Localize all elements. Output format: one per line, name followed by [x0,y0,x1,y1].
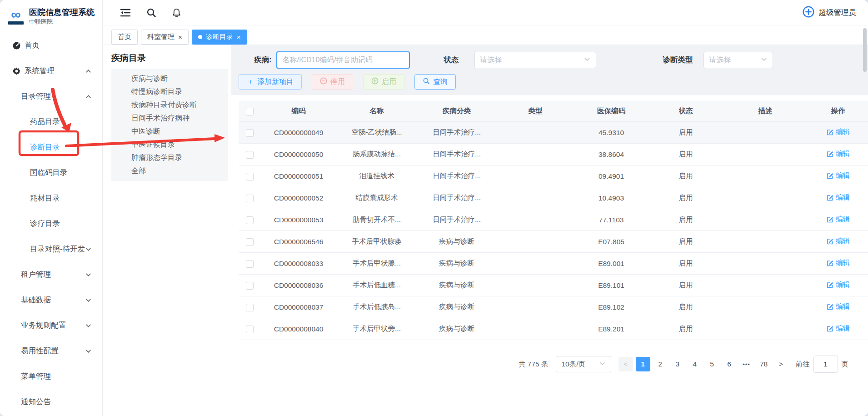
disable-button[interactable]: 停用 [312,74,353,90]
chevron-down-icon [584,56,590,64]
page-button-78[interactable]: 78 [757,357,771,371]
edit-button[interactable]: 编辑 [826,302,850,311]
chevron-down-icon [85,246,91,252]
sidebar-item-tenant-mgmt[interactable]: 租户管理 [0,262,102,287]
cell-description [723,144,808,165]
page-button-2[interactable]: 2 [653,357,668,371]
table-row: CD0000008040手术后甲状旁...疾病与诊断E89.201启用编辑 [239,318,868,340]
sidebar-item-business-rules[interactable]: 业务规则配置 [0,313,102,338]
enable-button[interactable]: 启用 [363,74,404,90]
sidebar-item-drug-catalog[interactable]: 药品目录 [0,109,102,135]
sidebar-item-consumable-catalog[interactable]: 耗材目录 [0,185,102,211]
sidebar-item-notice[interactable]: 通知公告 [0,389,102,415]
cell-category: 日间手术治疗... [417,209,497,231]
page-button-6[interactable]: 6 [722,357,737,371]
select-all-checkbox[interactable] [246,108,254,115]
edit-button[interactable]: 编辑 [826,215,850,224]
cell-type [497,165,574,187]
cell-status: 启用 [649,122,723,144]
row-checkbox[interactable] [246,173,254,180]
sidebar-item-label: 租户管理 [21,270,51,280]
cell-code: CD0000008033 [260,253,337,275]
goto-label: 前往 [796,360,810,369]
close-icon[interactable]: × [178,34,182,40]
bell-icon[interactable] [172,8,181,18]
page-button-4[interactable]: 4 [688,357,702,371]
vertical-scrollbar[interactable] [863,28,867,72]
page-button-5[interactable]: 5 [705,357,719,371]
disease-category-item[interactable]: 中医证候目录 [111,138,228,151]
user-avatar-icon[interactable] [802,5,815,20]
cell-description [723,296,808,318]
current-user-name[interactable]: 超级管理员 [819,8,857,18]
tab-department-mgmt[interactable]: 科室管理 × [141,30,189,45]
sidebar-item-usability-config[interactable]: 易用性配置 [0,338,102,364]
add-item-button[interactable]: ＋ 添加新项目 [239,74,302,90]
disease-category-item[interactable]: 疾病与诊断 [111,72,228,85]
more-pages-button[interactable]: ••• [739,357,754,371]
edit-button[interactable]: 编辑 [826,324,850,333]
query-button[interactable]: 查询 [414,74,456,90]
disease-category-item[interactable]: 特慢病诊断目录 [111,85,228,98]
prev-page-button[interactable]: < [619,357,633,371]
row-checkbox[interactable] [246,282,254,290]
cell-insurance_code: 45.9310 [574,122,649,144]
tab-diagnosis-catalog[interactable]: 诊断目录 × [192,30,247,45]
sidebar-item-system[interactable]: 系统管理 [0,58,102,84]
edit-button[interactable]: 编辑 [826,258,850,268]
diagnosis-table-section: 编码 名称 疾病分类 类型 医保编码 状态 描述 操作 CD0000000049… [231,95,868,373]
search-icon[interactable] [146,8,156,18]
diagnosis-type-select[interactable]: 请选择 [703,52,773,68]
company-logo-icon: ∞ [6,6,25,26]
disease-search-input[interactable] [276,51,410,69]
cell-category: 日间手术治疗... [417,144,497,165]
disease-category-item[interactable]: 全部 [111,164,228,177]
sidebar-item-label: 诊断目录 [30,142,60,152]
sidebar-item-national-code-catalog[interactable]: 国临码目录 [0,160,102,185]
cell-description [723,318,808,340]
edit-button[interactable]: 编辑 [826,236,850,246]
menu-collapse-icon[interactable] [120,8,131,17]
edit-button[interactable]: 编辑 [826,193,850,202]
next-page-button[interactable]: > [774,357,788,371]
cell-insurance_code: E89.201 [574,318,649,340]
edit-button[interactable]: 编辑 [826,171,850,180]
sidebar-item-catalog-mapping[interactable]: 目录对照-待开发 [0,236,102,262]
page-button-3[interactable]: 3 [670,357,685,371]
goto-page-input[interactable] [813,356,838,373]
sidebar-item-treatment-catalog[interactable]: 诊疗目录 [0,211,102,236]
sidebar-item-diagnosis-catalog[interactable]: 诊断目录 [0,135,102,160]
page-size-select[interactable]: 10条/页 [556,356,611,372]
cell-description [723,275,808,296]
disease-category-item[interactable]: 肿瘤形态学目录 [111,151,228,164]
disease-category-item[interactable]: 按病种目录付费诊断 [111,98,228,111]
sidebar-item-label: 药品目录 [30,117,60,127]
row-checkbox[interactable] [246,195,254,202]
row-checkbox[interactable] [246,129,254,137]
row-checkbox[interactable] [246,304,254,311]
chevron-up-icon [85,68,91,74]
edit-button[interactable]: 编辑 [826,127,850,137]
tab-home[interactable]: 首页 [111,30,138,45]
row-checkbox[interactable] [246,326,254,333]
sidebar-item-catalog-mgmt[interactable]: 目录管理 [0,84,102,109]
sidebar-item-home[interactable]: 首页 [0,33,102,58]
close-icon[interactable]: × [237,34,241,40]
chevron-down-icon [85,323,91,329]
row-checkbox[interactable] [246,151,254,159]
page-button-1[interactable]: 1 [636,357,650,371]
row-checkbox[interactable] [246,238,254,246]
row-checkbox[interactable] [246,260,254,268]
disease-category-item[interactable]: 中医诊断 [111,125,228,138]
edit-button[interactable]: 编辑 [826,149,850,159]
status-select[interactable]: 请选择 [474,52,596,68]
cell-code: CD0000000051 [260,165,337,187]
edit-button[interactable]: 编辑 [826,280,850,290]
cell-status: 启用 [649,209,723,231]
sidebar-item-basic-data[interactable]: 基础数据 [0,287,102,313]
row-checkbox[interactable] [246,216,254,224]
disease-category-item[interactable]: 日间手术治疗病种 [111,111,228,125]
chevron-up-icon [85,94,91,100]
sidebar-item-menu-mgmt[interactable]: 菜单管理 [0,364,102,389]
sidebar-menu: 首页 系统管理 目录管理 药品目录 诊断目录 国临码目录 [0,31,102,415]
